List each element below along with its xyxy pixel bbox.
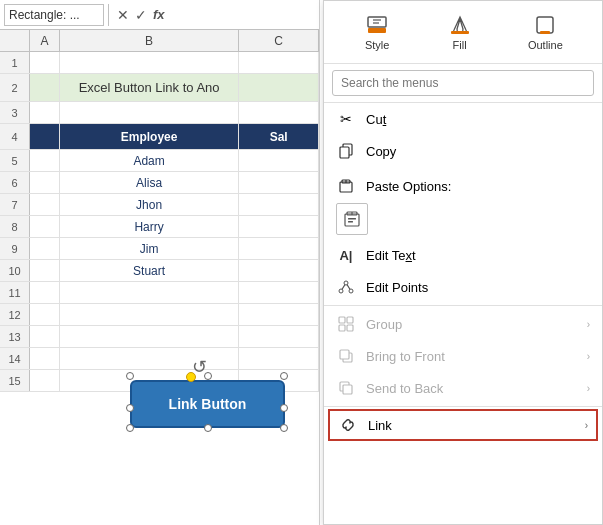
cell-c3[interactable]: [239, 102, 319, 123]
handle-top-right[interactable]: [280, 372, 288, 380]
cancel-formula-icon[interactable]: ✕: [117, 7, 129, 23]
row-num-10: 10: [0, 260, 30, 281]
cell-a10[interactable]: [30, 260, 60, 281]
row-num-3: 3: [0, 102, 30, 123]
cell-b6[interactable]: Alisa: [60, 172, 239, 193]
cell-a6[interactable]: [30, 172, 60, 193]
cell-b4[interactable]: Employee: [60, 124, 239, 149]
cell-a3[interactable]: [30, 102, 60, 123]
cell-b2[interactable]: Excel Button Link to Ano: [60, 74, 239, 101]
ctx-link[interactable]: Link ›: [328, 409, 598, 441]
cell-a1[interactable]: [30, 52, 60, 73]
send-to-back-label: Send to Back: [366, 381, 577, 396]
paste-icon-button[interactable]: [336, 203, 368, 235]
cell-c9[interactable]: [239, 238, 319, 259]
ctx-edit-text[interactable]: A| Edit Text: [324, 239, 602, 271]
send-to-back-icon: [336, 380, 356, 396]
cell-c1[interactable]: [239, 52, 319, 73]
cell-b9[interactable]: Jim: [60, 238, 239, 259]
cell-b5[interactable]: Adam: [60, 150, 239, 171]
cell-a7[interactable]: [30, 194, 60, 215]
cell-b14[interactable]: [60, 348, 239, 369]
cell-b3[interactable]: [60, 102, 239, 123]
cell-a9[interactable]: [30, 238, 60, 259]
cell-a11[interactable]: [30, 282, 60, 303]
cell-b13[interactable]: [60, 326, 239, 347]
cell-c7[interactable]: [239, 194, 319, 215]
ctx-send-to-back[interactable]: Send to Back ›: [324, 372, 602, 404]
cell-a2[interactable]: [30, 74, 60, 101]
cell-c6[interactable]: [239, 172, 319, 193]
fill-tool-button[interactable]: Fill: [438, 9, 482, 55]
search-input[interactable]: [332, 70, 594, 96]
table-row: 6 Alisa: [0, 172, 319, 194]
cell-b8[interactable]: Harry: [60, 216, 239, 237]
col-header-b[interactable]: B: [60, 30, 239, 51]
fx-icon[interactable]: fx: [153, 7, 165, 22]
cell-b7[interactable]: Jhon: [60, 194, 239, 215]
cell-c13[interactable]: [239, 326, 319, 347]
cell-b11[interactable]: [60, 282, 239, 303]
row-num-4: 4: [0, 124, 30, 149]
cell-a14[interactable]: [30, 348, 60, 369]
cell-c5[interactable]: [239, 150, 319, 171]
paste-options-row: [324, 199, 602, 239]
cell-c11[interactable]: [239, 282, 319, 303]
cell-b10[interactable]: Stuart: [60, 260, 239, 281]
cell-c14[interactable]: [239, 348, 319, 369]
cell-c10[interactable]: [239, 260, 319, 281]
handle-bottom-center[interactable]: [204, 424, 212, 432]
outline-tool-button[interactable]: Outline: [520, 9, 571, 55]
cell-a5[interactable]: [30, 150, 60, 171]
ctx-group[interactable]: Group ›: [324, 308, 602, 340]
link-button[interactable]: Link Button: [130, 380, 285, 428]
edit-text-label: Edit Text: [366, 248, 590, 263]
cell-a8[interactable]: [30, 216, 60, 237]
handle-top-left[interactable]: [126, 372, 134, 380]
confirm-formula-icon[interactable]: ✓: [135, 7, 147, 23]
handle-bottom-right[interactable]: [280, 424, 288, 432]
ctx-cut[interactable]: ✂ Cut: [324, 103, 602, 135]
cell-a15[interactable]: [30, 370, 60, 391]
handle-bottom-left[interactable]: [126, 424, 134, 432]
col-header-c[interactable]: C: [239, 30, 319, 51]
cell-b12[interactable]: [60, 304, 239, 325]
handle-mid-right[interactable]: [280, 404, 288, 412]
style-tool-button[interactable]: Style: [355, 9, 399, 55]
svg-rect-0: [368, 28, 386, 33]
spreadsheet: ✕ ✓ fx A B C 1 2 Excel Button Link to An…: [0, 0, 320, 525]
table-row: 2 Excel Button Link to Ano: [0, 74, 319, 102]
col-header-a[interactable]: A: [30, 30, 60, 51]
cell-c2[interactable]: [239, 74, 319, 101]
handle-mid-left[interactable]: [126, 404, 134, 412]
cell-a4[interactable]: [30, 124, 60, 149]
cut-label: Cut: [366, 112, 590, 127]
edit-text-icon: A|: [336, 248, 356, 263]
edit-points-label: Edit Points: [366, 280, 590, 295]
ctx-bring-to-front[interactable]: Bring to Front ›: [324, 340, 602, 372]
cell-b1[interactable]: [60, 52, 239, 73]
ctx-edit-points[interactable]: Edit Points: [324, 271, 602, 303]
bring-to-front-label: Bring to Front: [366, 349, 577, 364]
row-num-14: 14: [0, 348, 30, 369]
cell-a12[interactable]: [30, 304, 60, 325]
cell-c4[interactable]: Sal: [239, 124, 319, 149]
svg-rect-25: [340, 350, 349, 359]
ctx-separator-2: [324, 406, 602, 407]
table-row: 3: [0, 102, 319, 124]
table-row: 13: [0, 326, 319, 348]
table-row: 5 Adam: [0, 150, 319, 172]
svg-rect-22: [339, 325, 345, 331]
svg-point-18: [344, 281, 348, 285]
row-num-2: 2: [0, 74, 30, 101]
group-label: Group: [366, 317, 577, 332]
ctx-copy[interactable]: Copy: [324, 135, 602, 167]
cell-c12[interactable]: [239, 304, 319, 325]
outline-icon: [531, 13, 559, 37]
cell-c8[interactable]: [239, 216, 319, 237]
selection-yellow-dot[interactable]: [186, 372, 196, 382]
svg-point-19: [349, 289, 353, 293]
name-box[interactable]: [4, 4, 104, 26]
cell-a13[interactable]: [30, 326, 60, 347]
svg-rect-13: [345, 214, 359, 226]
